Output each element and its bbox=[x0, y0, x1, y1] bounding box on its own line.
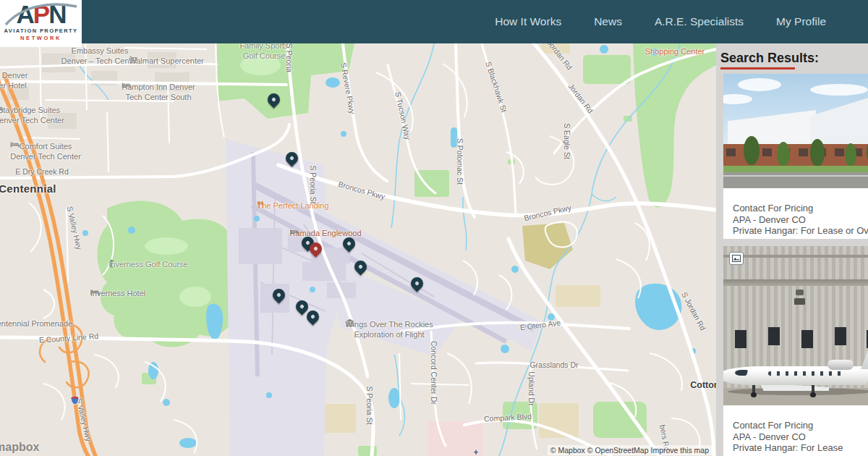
result-location: APA - Denver CO bbox=[733, 214, 868, 226]
logo-tagline-1: AVIATION PROPERTY bbox=[0, 28, 82, 35]
result-price: Contact For Pricing bbox=[733, 420, 868, 431]
map-pin[interactable] bbox=[265, 90, 282, 108]
hangar-with-jet-photo bbox=[723, 246, 868, 405]
nav-how-it-works[interactable]: How It Works bbox=[495, 15, 561, 28]
photos-icon bbox=[729, 252, 744, 265]
map-pin[interactable] bbox=[270, 286, 287, 303]
result-card-1[interactable]: Contact For Pricing APA - Denver CO Priv… bbox=[723, 74, 868, 239]
map-pin[interactable] bbox=[340, 235, 357, 252]
result-card-1-caption: Contact For Pricing APA - Denver CO Priv… bbox=[723, 188, 868, 239]
map-pin[interactable] bbox=[283, 149, 300, 166]
mapbox-logo[interactable]: mapbox bbox=[0, 441, 39, 454]
map-attribution[interactable]: © Mapbox © OpenStreetMap Improve this ma… bbox=[548, 445, 712, 455]
result-card-2-caption: Contact For Pricing APA - Denver CO Priv… bbox=[723, 405, 868, 456]
nav-are-specialists[interactable]: A.R.E. Specialists bbox=[655, 15, 744, 28]
main-nav: How It Works News A.R.E. Specialists My … bbox=[495, 0, 826, 43]
apn-logo[interactable]: APN AVIATION PROPERTY NETWORK bbox=[0, 0, 82, 47]
result-price: Contact For Pricing bbox=[733, 203, 868, 214]
search-results-title: Search Results: bbox=[720, 51, 819, 66]
result-card-2[interactable]: Contact For Pricing APA - Denver CO Priv… bbox=[723, 246, 868, 456]
nav-my-profile[interactable]: My Profile bbox=[776, 15, 826, 28]
logo-letter-n: N bbox=[48, 0, 65, 28]
logo-letter-p: P bbox=[33, 0, 48, 28]
top-nav-bar: How It Works News A.R.E. Specialists My … bbox=[0, 0, 868, 43]
search-results-panel: Search Results: Contact For Pricing APA … bbox=[716, 43, 868, 456]
map-pin[interactable] bbox=[408, 274, 425, 292]
aviation-property-network-app: How It Works News A.R.E. Specialists My … bbox=[0, 0, 868, 456]
apn-logo-acronym: APN bbox=[0, 1, 82, 28]
title-underline bbox=[720, 67, 795, 69]
nav-news[interactable]: News bbox=[594, 15, 622, 28]
map-canvas[interactable]: Embassy SuitesDenver – Tech CenterWalmar… bbox=[0, 43, 716, 456]
map-pin-layer bbox=[0, 43, 716, 456]
result-type: Private Hangar: For Lease or Overnight bbox=[733, 225, 868, 237]
result-location: APA - Denver CO bbox=[733, 431, 868, 443]
logo-letter-a: A bbox=[17, 0, 33, 28]
jet-illustration bbox=[723, 353, 868, 398]
office-building-photo bbox=[723, 74, 868, 188]
logo-tagline-2: NETWORK bbox=[0, 35, 82, 42]
map-pin[interactable] bbox=[352, 258, 369, 275]
result-type: Private Hangar: For Lease bbox=[733, 442, 868, 454]
